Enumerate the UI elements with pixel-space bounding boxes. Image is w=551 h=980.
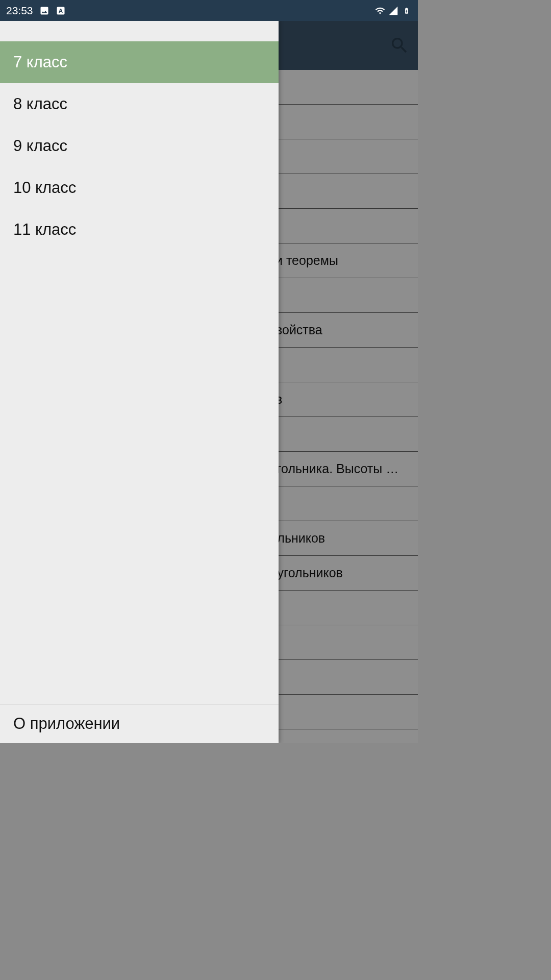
navigation-drawer: 7 класс 8 класс 9 класс 10 класс 11 клас… (0, 21, 279, 743)
drawer-about-label: О приложении (13, 715, 120, 733)
signal-icon (388, 6, 398, 16)
drawer-item-class-7[interactable]: 7 класс (0, 41, 279, 83)
drawer-item-class-8[interactable]: 8 класс (0, 83, 279, 125)
status-left: 23:53 A (6, 5, 66, 17)
drawer-items: 7 класс 8 класс 9 класс 10 класс 11 клас… (0, 41, 279, 251)
drawer-item-class-9[interactable]: 9 класс (0, 125, 279, 167)
drawer-spacer (0, 251, 279, 704)
drawer-about[interactable]: О приложении (0, 704, 279, 743)
status-bar: 23:53 A (0, 0, 418, 21)
font-icon: A (56, 6, 66, 16)
drawer-item-label: 10 класс (13, 179, 76, 197)
svg-text:A: A (58, 7, 63, 14)
status-right (375, 6, 412, 16)
drawer-item-label: 11 класс (13, 220, 76, 239)
drawer-item-label: 8 класс (13, 95, 67, 113)
drawer-item-label: 7 класс (13, 53, 67, 71)
drawer-top-spacer (0, 21, 279, 41)
wifi-icon (375, 6, 385, 16)
drawer-item-class-11[interactable]: 11 класс (0, 209, 279, 251)
image-icon (39, 6, 49, 16)
drawer-item-class-10[interactable]: 10 класс (0, 167, 279, 209)
drawer-item-label: 9 класс (13, 137, 67, 155)
status-time: 23:53 (6, 5, 33, 17)
battery-icon (402, 6, 412, 16)
